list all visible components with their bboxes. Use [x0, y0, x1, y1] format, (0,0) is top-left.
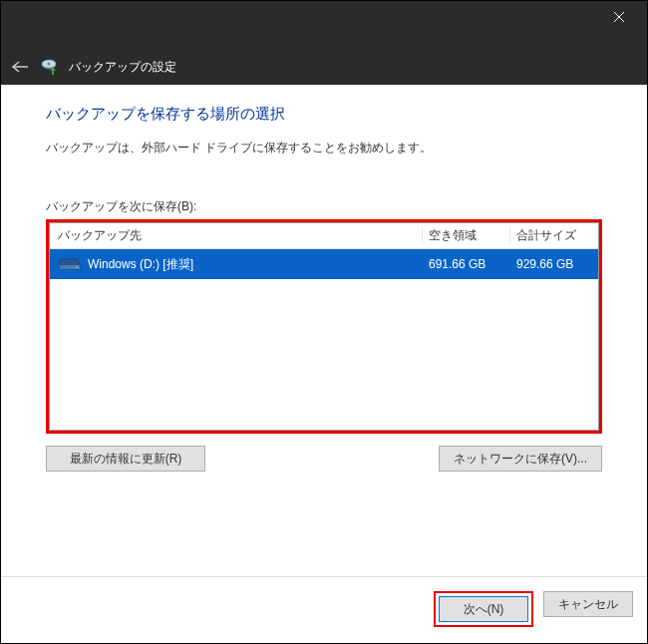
network-save-button[interactable]: ネットワークに保存(V)... [439, 446, 602, 472]
next-button-highlight: 次へ(N) [434, 591, 533, 627]
action-buttons: 最新の情報に更新(R) ネットワークに保存(V)... [46, 446, 602, 472]
drive-row[interactable]: Windows (D:) [推奨] 691.66 GB 929.66 GB [50, 249, 598, 279]
list-header: バックアップ先 空き領域 合計サイズ [50, 223, 598, 249]
page-subtitle: バックアップは、外部ハード ドライブに保存することをお勧めします。 [46, 140, 602, 157]
header-bar: バックアップの設定 [1, 49, 647, 85]
svg-point-5 [48, 63, 51, 66]
drive-list-highlight: バックアップ先 空き領域 合計サイズ Windows (D:) [推奨] 691… [46, 219, 602, 434]
back-button[interactable] [11, 60, 29, 74]
drive-cell-destination: Windows (D:) [推奨] [50, 256, 423, 273]
drive-cell-total: 929.66 GB [510, 257, 598, 271]
drive-cell-free: 691.66 GB [423, 257, 510, 271]
col-free[interactable]: 空き領域 [423, 227, 510, 244]
refresh-button[interactable]: 最新の情報に更新(R) [46, 446, 205, 472]
close-button[interactable] [599, 5, 639, 29]
content-area: バックアップを保存する場所の選択 バックアップは、外部ハード ドライブに保存する… [1, 85, 647, 576]
drive-icon [58, 256, 82, 272]
backup-icon [39, 57, 59, 77]
cancel-button[interactable]: キャンセル [543, 591, 633, 617]
drive-list: バックアップ先 空き領域 合計サイズ Windows (D:) [推奨] 691… [49, 222, 599, 431]
footer: 次へ(N) キャンセル [1, 576, 647, 643]
next-button[interactable]: 次へ(N) [439, 596, 528, 622]
drive-name: Windows (D:) [推奨] [88, 256, 193, 273]
col-total[interactable]: 合計サイズ [510, 227, 598, 244]
svg-rect-7 [76, 267, 78, 268]
window-title: バックアップの設定 [69, 59, 176, 76]
page-heading: バックアップを保存する場所の選択 [46, 105, 602, 124]
list-label: バックアップを次に保存(B): [46, 198, 602, 215]
col-destination[interactable]: バックアップ先 [50, 227, 423, 244]
titlebar [1, 1, 647, 49]
